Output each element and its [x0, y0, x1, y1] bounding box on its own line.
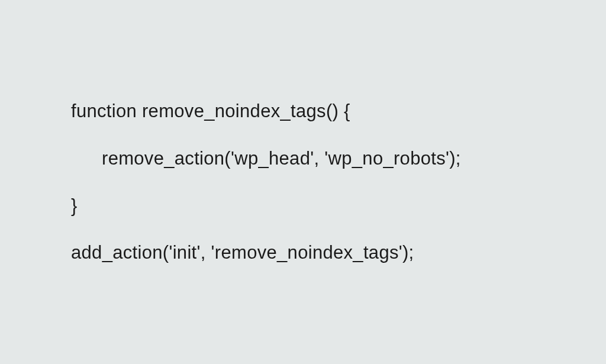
- code-block: function remove_noindex_tags() { remove_…: [71, 101, 461, 263]
- code-line-3: }: [71, 195, 461, 217]
- code-line-2: remove_action('wp_head', 'wp_no_robots')…: [71, 148, 461, 169]
- code-line-1: function remove_noindex_tags() {: [71, 101, 461, 122]
- code-line-4: add_action('init', 'remove_noindex_tags'…: [71, 242, 461, 263]
